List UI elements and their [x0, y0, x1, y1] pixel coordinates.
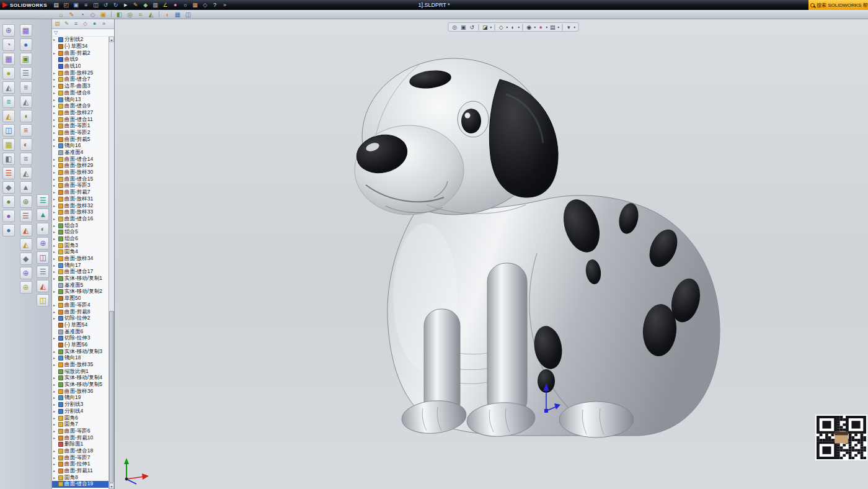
pattern-tool-icon[interactable]: ◫ [2, 124, 15, 137]
hide-show-items-icon[interactable]: ◉ [525, 24, 533, 31]
expand-arrow-icon[interactable]: ▸ [53, 223, 57, 229]
expand-arrow-icon[interactable]: ▸ [53, 76, 57, 83]
expand-arrow-icon[interactable]: ▸ [53, 256, 57, 262]
mirror-tool-icon[interactable]: ◭ [2, 110, 15, 122]
convert-tool-icon[interactable]: ◭ [2, 81, 15, 94]
expand-icon[interactable]: » [221, 1, 229, 9]
expand-arrow-icon[interactable]: ▸ [53, 395, 57, 401]
feature-tree-item[interactable]: ▸ 曲面-缝合11 [52, 116, 108, 123]
feature-tree-item[interactable]: ▸ 曲面-缝合18 [52, 448, 108, 455]
feature-tree-item[interactable]: ▸ 草图50 [52, 295, 108, 302]
revolved-surface-icon[interactable]: ● [20, 38, 32, 51]
expand-arrow-icon[interactable]: ▸ [53, 182, 57, 189]
feature-tree-item[interactable]: ▸ 切除-拉伸2 [52, 315, 108, 322]
ruled-surface-icon[interactable]: ≡ [20, 124, 32, 137]
rebuild-icon[interactable]: ◆ [141, 1, 149, 9]
view-settings-icon[interactable]: ▾ [565, 24, 572, 31]
extend-surface-icon[interactable]: ◭ [20, 167, 32, 179]
feature-tree-item[interactable]: ▸ 删除面1 [52, 441, 108, 448]
expand-arrow-icon[interactable]: ▸ [53, 137, 57, 143]
tree-filter-row[interactable]: ▽ [52, 29, 114, 37]
feature-tree-item[interactable]: ▸ 曲面-等距2 [52, 130, 108, 137]
expand-arrow-icon[interactable]: ▸ [53, 402, 57, 408]
expand-arrow-icon[interactable]: ▸ [53, 236, 57, 242]
feature-tree-item[interactable]: ▸ 曲面-等距4 [52, 302, 108, 309]
configuration-manager-icon[interactable]: ≡ [72, 20, 80, 28]
expand-arrow-icon[interactable]: ▸ [53, 103, 57, 109]
feature-tree-item[interactable]: ▸ 实体-移动/复制5 [52, 382, 108, 388]
feature-tree-item[interactable]: ▸ 曲面-放样35 [52, 362, 108, 369]
feature-tree-item[interactable]: ▸ 曲面-缝合17 [52, 269, 108, 276]
select-tool-icon[interactable]: ⊕ [2, 24, 15, 37]
boundary-surface-icon[interactable]: ≡ [20, 81, 32, 94]
feature-tree-item[interactable]: ▸ 基准面4 [52, 150, 108, 156]
expand-arrow-icon[interactable]: ▸ [53, 289, 57, 295]
feature-tree-item[interactable]: ▸ 圆角8 [52, 474, 108, 481]
features-tab-icon[interactable]: ⌂ [57, 11, 65, 19]
apply-scene-icon[interactable]: ▤ [549, 24, 556, 31]
mirror-icon[interactable]: ◫ [184, 11, 192, 19]
expand-arrow-icon[interactable]: ▸ [53, 249, 57, 255]
axis-tool-icon[interactable]: ◧ [2, 153, 15, 165]
expand-arrow-icon[interactable]: ▸ [53, 143, 57, 149]
extruded-surface-icon[interactable]: ▦ [20, 24, 32, 37]
expand-arrow-icon[interactable]: ▸ [53, 475, 57, 481]
display-style-dropdown[interactable]: ▾ [518, 25, 520, 29]
feature-tree-item[interactable]: ▸ 曲面-缝合8 [52, 90, 108, 97]
fillet-icon[interactable]: ◖ [163, 11, 171, 19]
replace-face-icon[interactable]: ◭ [20, 224, 32, 236]
expand-arrow-icon[interactable]: ▸ [53, 176, 57, 182]
expand-arrow-icon[interactable]: ▸ [53, 97, 57, 103]
offset-surface-icon[interactable]: ◖ [20, 110, 32, 122]
pan-tool-icon[interactable]: ◐ [37, 223, 49, 235]
view-settings-dropdown[interactable]: ▾ [574, 25, 575, 29]
curve-tool-icon[interactable]: ☰ [2, 167, 15, 179]
feature-tree-item[interactable]: ▸ 圆角3 [52, 242, 108, 249]
feature-tree-item[interactable]: ▸ 组合5 [52, 229, 108, 236]
feature-tree-item[interactable]: ▸ 圆角4 [52, 249, 108, 256]
feature-tree-item[interactable]: ▸ 曲线9 [52, 56, 108, 63]
zoom-tool-icon[interactable]: ☰ [37, 194, 49, 207]
open-icon[interactable]: ◰ [62, 1, 70, 9]
macro-tool-icon[interactable]: ◫ [37, 294, 49, 307]
expand-arrow-icon[interactable]: ▸ [53, 216, 57, 222]
feature-tree-item[interactable]: ▸ 曲面-放样34 [52, 256, 108, 262]
dimxpert-manager-icon[interactable]: ◇ [81, 20, 89, 28]
feature-tree-item[interactable]: ▸ 圆角7 [52, 421, 108, 428]
feature-tree-item[interactable]: ▸ 曲面-剪裁11 [52, 468, 108, 475]
hide-show-items-dropdown[interactable]: ▾ [534, 25, 536, 29]
measure-icon[interactable]: ∠ [161, 1, 169, 9]
feature-tree-item[interactable]: ▸ 镜向17 [52, 262, 108, 269]
dog-head[interactable] [353, 58, 558, 215]
graphics-viewport[interactable]: ◎▣↺◪▾◇▾◐▾◉▾●▾▤▾▾▾ [115, 19, 868, 489]
spline-tool-icon[interactable]: ◆ [2, 181, 15, 194]
expand-arrow-icon[interactable]: ▸ [53, 481, 57, 487]
feature-manager-icon[interactable]: ▤ [53, 20, 61, 28]
zoom-fit-icon[interactable]: ◎ [451, 24, 458, 31]
expand-arrow-icon[interactable]: ▸ [53, 189, 57, 195]
feature-tree-item[interactable]: ▸ 曲面-放样29 [52, 163, 108, 169]
lofted-surface-icon[interactable]: ☰ [20, 67, 32, 79]
move-surface-icon[interactable]: ⊕ [20, 281, 32, 294]
filled-surface-icon[interactable]: ◭ [20, 96, 32, 108]
loft-icon[interactable]: ◭ [147, 11, 155, 19]
view-orientation-dropdown[interactable]: ▾ [506, 25, 508, 29]
zoom-area-icon[interactable]: ▣ [459, 24, 467, 31]
expand-arrow-icon[interactable]: ▸ [53, 130, 57, 136]
apply-scene-dropdown[interactable]: ▾ [557, 25, 559, 29]
expand-arrow-icon[interactable]: ▸ [53, 415, 57, 421]
expand-arrow-icon[interactable]: ▸ [53, 163, 57, 169]
options-icon[interactable]: ☼ [181, 1, 189, 9]
feature-tree-item[interactable]: ▸ 曲面-放样33 [52, 209, 108, 216]
dalmatian-dog-model[interactable] [115, 19, 868, 489]
help-search-box[interactable]: 搜索 SOLIDWORKS 帮助 [808, 0, 868, 10]
expand-arrow-icon[interactable]: ▸ [53, 243, 57, 249]
display-style-icon[interactable]: ◐ [509, 24, 516, 31]
feature-tree-item[interactable]: ▸ 基准面5 [52, 282, 108, 289]
display-manager-icon[interactable]: ● [91, 20, 99, 28]
feature-tree-item[interactable]: ▸ 组合6 [52, 236, 108, 243]
feature-tree-item[interactable]: ▸ 曲面-等距6 [52, 428, 108, 435]
expand-arrow-icon[interactable]: ▸ [53, 302, 57, 308]
feature-tree-item[interactable]: ▸ 曲面-等距3 [52, 182, 108, 189]
feature-tree-item[interactable]: ▸ 曲面-放样25 [52, 70, 108, 76]
